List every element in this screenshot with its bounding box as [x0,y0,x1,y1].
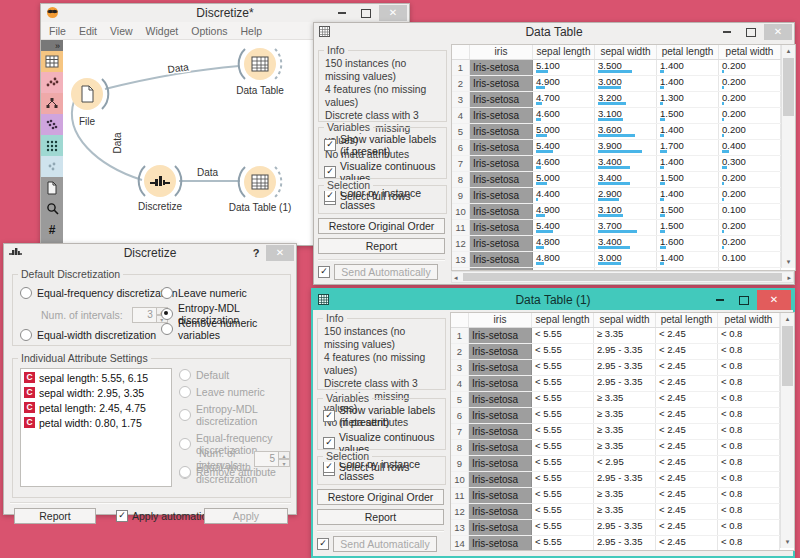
table-cell[interactable]: 3.000 [595,252,657,267]
checkbox-checked[interactable]: ✓ [323,461,335,473]
table-row[interactable]: 13Iris-setosa4.8003.0001.4000.100 [452,252,795,268]
class-cell[interactable]: Iris-setosa [470,252,533,267]
table-cell[interactable]: < 0.8 [718,344,780,359]
column-header[interactable]: sepal width [595,45,657,59]
toolbox-collapse-tab[interactable]: » [41,40,63,51]
table-row[interactable]: 11Iris-setosa< 5.55≥ 3.35< 2.45< 0.8 [451,488,794,504]
table-cell[interactable]: < 0.8 [718,472,780,487]
table-cell[interactable]: 5.100 [533,60,595,75]
class-cell[interactable]: Iris-setosa [470,92,533,107]
column-header[interactable]: sepal length [532,313,594,327]
table-cell[interactable]: 1.700 [657,140,719,155]
table-cell[interactable]: 0.200 [719,124,781,139]
column-header[interactable]: iris [469,313,532,327]
table-cell[interactable]: ≥ 3.35 [594,392,656,407]
table-cell[interactable]: 1.400 [657,252,719,267]
table-row[interactable]: 8Iris-setosa< 5.55≥ 3.35< 2.45< 0.8 [451,440,794,456]
table-cell[interactable]: 0.200 [719,172,781,187]
class-cell[interactable]: Iris-setosa [470,236,533,251]
table-cell[interactable]: < 2.45 [656,520,718,535]
file-widget-node[interactable] [71,78,103,110]
table-cell[interactable]: 1.300 [657,92,719,107]
individual-option-radio[interactable]: Entropy-MDL discretization [179,403,290,427]
data-table-widget-icon[interactable] [41,51,63,72]
equal-frequency-radio[interactable]: Equal-frequency discretization [20,287,178,299]
table-cell[interactable]: ≥ 3.35 [594,488,656,503]
attribute-listbox[interactable]: Csepal length: 5.55, 6.15Csepal width: 2… [20,368,172,487]
table-cell[interactable]: 5.000 [533,172,595,187]
table-cell[interactable]: 3.400 [595,236,657,251]
table-row[interactable]: 5Iris-setosa5.0003.6001.4000.200 [452,124,795,140]
table-cell[interactable]: 2.95 - 3.35 [594,520,656,535]
table-row[interactable]: 12Iris-setosa4.8003.4001.6000.200 [452,236,795,252]
table-cell[interactable]: 0.100 [719,252,781,267]
table-cell[interactable]: < 5.55 [532,488,594,503]
table-cell[interactable]: ≥ 3.35 [594,504,656,519]
table-cell[interactable]: < 0.8 [718,424,780,439]
table-row[interactable]: 2Iris-setosa4.9003.0001.4000.200 [452,76,795,92]
table-cell[interactable]: ≥ 3.35 [594,408,656,423]
class-cell[interactable]: Iris-setosa [470,156,533,171]
column-header[interactable]: sepal width [594,313,656,327]
table-cell[interactable]: < 2.45 [656,440,718,455]
class-cell[interactable]: Iris-setosa [469,456,532,471]
send-automatically-checkbox[interactable]: ✓ [317,538,329,550]
checkbox-checked[interactable]: ✓ [323,437,335,449]
minimize-button[interactable] [709,293,731,308]
column-header[interactable]: petal width [719,45,781,59]
clustering-widget-icon[interactable] [41,114,63,135]
class-cell[interactable]: Iris-setosa [470,188,533,203]
vertical-scrollbar[interactable]: ▴▾ [781,45,795,268]
table-cell[interactable]: < 2.45 [656,456,718,471]
class-cell[interactable]: Iris-setosa [470,124,533,139]
table-cell[interactable]: 3.600 [595,124,657,139]
table-cell[interactable]: 5.400 [533,140,595,155]
table-cell[interactable]: < 2.45 [656,392,718,407]
grid-hash-tool-icon[interactable]: # [41,219,63,240]
table-cell[interactable]: < 2.45 [656,536,718,551]
table-cell[interactable]: 1.400 [657,156,719,171]
table-cell[interactable]: 2.95 - 3.35 [594,472,656,487]
table-cell[interactable]: < 2.45 [656,408,718,423]
num-intervals2-spinbox[interactable]: 5 ▴▾ [254,451,290,467]
table-cell[interactable]: 1.400 [657,60,719,75]
new-document-tool-icon[interactable] [41,177,63,198]
table-row[interactable]: 4Iris-setosa4.6003.1001.5000.200 [452,108,795,124]
class-cell[interactable]: Iris-setosa [469,344,532,359]
table-cell[interactable]: 0.400 [719,140,781,155]
table-cell[interactable]: 3.100 [595,108,657,123]
table-cell[interactable]: 3.000 [595,76,657,91]
table-cell[interactable]: < 2.95 [594,456,656,471]
table-cell[interactable]: 3.200 [595,92,657,107]
link-file-discretize[interactable] [72,101,142,180]
table-cell[interactable]: 3.400 [595,156,657,171]
table-cell[interactable]: < 5.55 [532,440,594,455]
send-automatically-button[interactable]: Send Automatically [333,536,437,552]
table-cell[interactable]: < 5.55 [532,344,594,359]
table-row[interactable]: 1Iris-setosa< 5.55≥ 3.35< 2.45< 0.8 [451,328,794,344]
maximize-button[interactable] [355,6,377,21]
table-row[interactable]: 9Iris-setosa4.4002.9001.4000.200 [452,188,795,204]
remove-attribute-radio[interactable]: Remove attribute [179,466,276,478]
table-cell[interactable]: < 0.8 [718,360,780,375]
table-cell[interactable]: < 2.45 [656,344,718,359]
data-table-titlebar[interactable]: Data Table ✕ [314,23,794,41]
class-cell[interactable]: Iris-setosa [469,376,532,391]
close-button[interactable]: ✕ [266,245,294,261]
class-cell[interactable]: Iris-setosa [470,76,533,91]
close-button[interactable]: ✕ [764,24,792,40]
checkbox-checked[interactable]: ✓ [324,190,336,202]
table-cell[interactable]: 0.200 [719,60,781,75]
table-cell[interactable]: < 0.8 [718,488,780,503]
discretize-titlebar[interactable]: Discretize ? ✕ [4,244,296,262]
table-cell[interactable]: < 5.55 [532,376,594,391]
table-cell[interactable]: 0.200 [719,76,781,91]
table-cell[interactable]: < 0.8 [718,328,780,343]
column-header[interactable]: iris [470,45,533,59]
table-row[interactable]: 2Iris-setosa< 5.552.95 - 3.35< 2.45< 0.8 [451,344,794,360]
horizontal-scrollbar[interactable]: ◂▸ [451,271,794,283]
individual-option-radio[interactable]: Leave numeric [179,386,290,398]
maximize-button[interactable] [740,25,762,40]
attribute-list-item[interactable]: Cpetal length: 2.45, 4.75 [21,399,171,414]
table-cell[interactable]: < 2.45 [656,488,718,503]
